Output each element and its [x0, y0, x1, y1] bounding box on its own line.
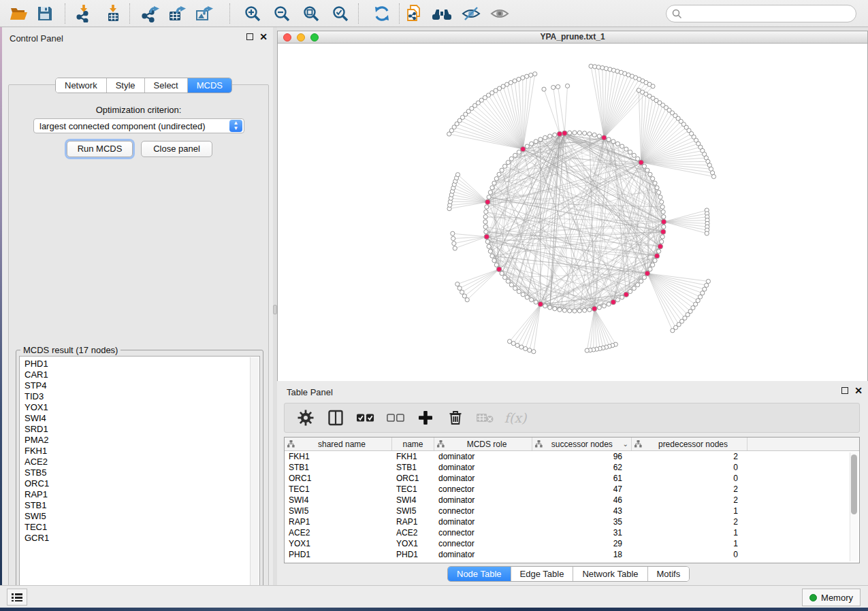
column-header-successor-nodes[interactable]: successor nodes⌄: [532, 437, 632, 450]
column-header-MCDS-role[interactable]: MCDS role: [434, 437, 532, 450]
show-columns-icon[interactable]: [327, 409, 344, 427]
select-all-icon[interactable]: [357, 409, 374, 427]
open-file-icon[interactable]: [9, 4, 29, 23]
optimization-criterion-label: Optimization criterion:: [9, 105, 268, 115]
table-scrollbar[interactable]: [850, 452, 858, 561]
tab-mcds[interactable]: MCDS: [188, 78, 231, 93]
add-icon[interactable]: [417, 409, 434, 427]
close-table-panel-icon[interactable]: ✕: [854, 387, 863, 394]
mcds-result-item[interactable]: CAR1: [25, 369, 259, 380]
task-history-button[interactable]: [7, 589, 27, 606]
find-binoculars-icon[interactable]: [432, 4, 452, 23]
refresh-layout-icon[interactable]: [372, 4, 392, 23]
search-input[interactable]: [682, 7, 856, 20]
clone-network-icon[interactable]: [404, 4, 424, 23]
network-graph[interactable]: [278, 44, 867, 381]
mcds-result-item[interactable]: TEC1: [25, 522, 259, 533]
mcds-result-item[interactable]: PMA2: [25, 435, 259, 446]
export-network-icon[interactable]: [141, 4, 161, 23]
mcds-result-item[interactable]: SWI5: [25, 511, 259, 522]
table-row[interactable]: ACE2ACE2connector311: [285, 527, 859, 538]
mcds-result-item[interactable]: FKH1: [25, 446, 259, 457]
import-network-icon[interactable]: [74, 4, 94, 23]
cell-shared-name: FKH1: [285, 451, 392, 462]
mcds-result-item[interactable]: PHD1: [25, 359, 259, 369]
network-titlebar[interactable]: YPA_prune.txt_1: [278, 31, 867, 44]
column-header-name[interactable]: name: [392, 437, 434, 450]
run-mcds-button[interactable]: Run MCDS: [67, 141, 133, 157]
table-row[interactable]: FKH1FKH1dominator962: [285, 451, 859, 462]
mcds-result-item[interactable]: SRD1: [25, 424, 259, 435]
mcds-result-item[interactable]: ORC1: [25, 478, 259, 489]
table-row[interactable]: YOX1YOX1connector291: [285, 538, 859, 549]
tab-style[interactable]: Style: [107, 78, 145, 93]
zoom-selected-icon[interactable]: [330, 4, 351, 23]
cell-name: PHD1: [392, 549, 434, 560]
save-session-icon[interactable]: [35, 4, 55, 23]
tab-network[interactable]: Network: [56, 78, 107, 93]
optimization-criterion-select[interactable]: largest connected component (undirected)…: [33, 118, 244, 133]
table-toolbar: f(x): [284, 403, 860, 433]
toolbar-separator: [399, 3, 400, 24]
cell-successor-nodes: 47: [532, 484, 632, 495]
cell-MCDS-role: dominator: [434, 462, 532, 473]
table-tab-node-table[interactable]: Node Table: [448, 567, 511, 581]
column-tree-icon: [287, 440, 295, 448]
mcds-result-item[interactable]: SWI4: [25, 413, 259, 424]
close-panel-icon[interactable]: ✕: [259, 33, 268, 40]
table-tab-motifs[interactable]: Motifs: [648, 567, 690, 581]
mcds-result-item[interactable]: RAP1: [25, 489, 259, 500]
mcds-result-list[interactable]: PHD1CAR1STP4TID3YOX1SWI4SRD1PMA2FKH1ACE2…: [19, 356, 260, 597]
show-all-eye-icon[interactable]: [489, 4, 510, 23]
mcds-result-item[interactable]: TID3: [25, 391, 259, 402]
cell-predecessor-nodes: 2: [632, 484, 748, 495]
unselect-all-icon[interactable]: [387, 409, 404, 427]
mcds-result-item[interactable]: GCR1: [25, 533, 259, 544]
table-panel-header: Table Panel ✕: [277, 385, 868, 399]
float-panel-icon[interactable]: [246, 33, 253, 40]
float-table-panel-icon[interactable]: [841, 387, 848, 394]
table-tab-edge-table[interactable]: Edge Table: [511, 567, 574, 581]
cell-MCDS-role: connector: [434, 506, 532, 516]
mcds-list-scrollbar[interactable]: [250, 357, 259, 597]
column-header-shared-name[interactable]: shared name: [285, 437, 392, 450]
table-row[interactable]: SWI5SWI5connector431: [285, 506, 859, 516]
table-row[interactable]: RAP1RAP1dominator352: [285, 516, 859, 527]
mcds-result-item[interactable]: STB1: [25, 500, 259, 511]
zoom-fit-icon[interactable]: [301, 4, 321, 23]
mcds-result-item[interactable]: YOX1: [25, 402, 259, 413]
table-row[interactable]: PHD1PHD1dominator180: [285, 549, 859, 560]
table-row[interactable]: TEC1TEC1connector472: [285, 484, 859, 495]
zoom-out-icon[interactable]: [272, 4, 292, 23]
table-row[interactable]: ORC1ORC1dominator610: [285, 473, 859, 484]
table-tab-network-table[interactable]: Network Table: [573, 567, 647, 581]
window-minimize-icon[interactable]: [297, 33, 305, 42]
delete-icon[interactable]: [447, 409, 464, 427]
mcds-result-item[interactable]: STB5: [25, 467, 259, 478]
close-panel-button[interactable]: Close panel: [141, 141, 212, 157]
column-header-predecessor-nodes[interactable]: predecessor nodes: [632, 437, 748, 450]
cell-shared-name: ACE2: [285, 527, 392, 538]
export-image-icon[interactable]: [195, 4, 215, 23]
import-table-icon[interactable]: [103, 4, 123, 23]
table-row[interactable]: STB1STB1dominator620: [285, 462, 859, 473]
hide-selected-eye-icon[interactable]: [461, 4, 481, 23]
export-table-icon[interactable]: [167, 4, 188, 23]
window-close-icon[interactable]: [283, 33, 291, 42]
cell-name: ORC1: [392, 473, 434, 484]
cell-predecessor-nodes: 0: [632, 462, 748, 473]
search-box[interactable]: [666, 5, 856, 22]
zoom-in-icon[interactable]: [242, 4, 263, 23]
memory-button[interactable]: Memory: [802, 589, 861, 606]
cell-MCDS-role: dominator: [434, 516, 532, 527]
cell-MCDS-role: dominator: [434, 451, 532, 462]
tab-select[interactable]: Select: [145, 78, 188, 93]
mcds-result-item[interactable]: ACE2: [25, 457, 259, 467]
mcds-result-item[interactable]: STP4: [25, 380, 259, 391]
table-row[interactable]: SWI4SWI4dominator462: [285, 495, 859, 506]
search-icon: [672, 9, 682, 19]
network-canvas[interactable]: [278, 44, 867, 381]
settings-gear-icon[interactable]: [297, 409, 315, 427]
window-zoom-icon[interactable]: [310, 33, 319, 42]
table-scrollbar-thumb[interactable]: [851, 455, 857, 514]
